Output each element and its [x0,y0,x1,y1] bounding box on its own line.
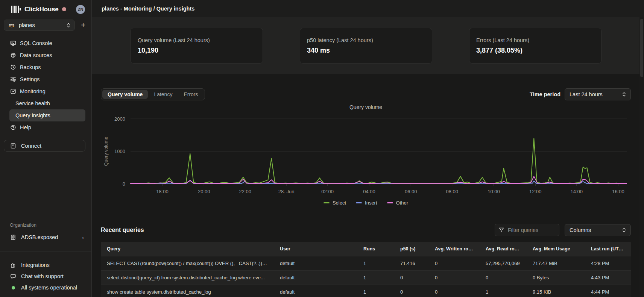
cell-user: default [274,261,357,266]
cell-query: show create table system.distributed_cac… [101,289,274,295]
add-service-button[interactable]: + [77,20,89,31]
integrations-icon [10,262,16,268]
organization-item[interactable]: ADSB.exposed › [0,232,91,243]
sidebar-divider [0,251,91,252]
column-header-avg-written-rows[interactable]: Avg. Written rows [429,246,480,252]
sidebar: ClickHouse ZN aws planes + SQL ConsoleDa… [0,0,92,297]
query-row[interactable]: show create table system.distributed_cac… [101,285,631,297]
legend-item-other[interactable]: Other [387,200,409,206]
connect-icon [10,143,16,149]
organization-label: Organization [0,223,91,228]
sidebar-footer-item-all-systems-operational[interactable]: All systems operational [0,282,91,293]
recent-queries-table: QueryUserRunsp50 (s)Avg. Written rowsAvg… [101,242,631,297]
clickhouse-logo-icon[interactable] [11,6,21,13]
sidebar-footer-item-integrations[interactable]: Integrations [0,259,91,271]
svg-text:04:00: 04:00 [363,189,375,194]
columns-select[interactable]: Columns [565,224,631,236]
tab-latency[interactable]: Latency [149,90,178,99]
stat-card-value: 10,190 [138,47,256,55]
column-header-user[interactable]: User [274,246,357,252]
sidebar-item-label: Data sources [20,52,52,58]
sidebar-item-sql-console[interactable]: SQL Console [9,37,85,49]
backups-icon [10,64,16,70]
chart-tab-group: Query volumeLatencyErrors [101,88,205,100]
svg-text:18:00: 18:00 [156,189,169,194]
column-header-runs[interactable]: Runs [357,246,394,252]
sidebar-item-label: Backups [20,64,41,70]
sidebar-item-help[interactable]: Help [9,121,85,133]
sidebar-item-data-sources[interactable]: Data sources [9,49,85,61]
filter-queries-input[interactable] [507,227,555,233]
footer-item-label: Integrations [21,262,50,268]
connect-label: Connect [21,143,41,149]
top-bar: planes - Monitoring / Query insights [92,0,644,17]
cell-avg-read-rows: 0 [480,275,527,280]
cell-avg-mem-usage: 0 Bytes [527,275,585,280]
sidebar-item-service-health[interactable]: Service health [9,97,85,109]
query-row[interactable]: SELECT CAST(round(pow(count() / max(coun… [101,256,631,270]
footer-item-label: Chat with support [21,273,64,279]
chart-title: Query volume [101,104,631,111]
svg-text:14:00: 14:00 [571,189,583,194]
query-row[interactable]: select distrinct(query_id) from system.d… [101,270,631,285]
main-area: planes - Monitoring / Query insights Que… [92,0,644,297]
sidebar-item-query-insights[interactable]: Query insights [9,109,85,121]
logo-text[interactable]: ClickHouse [24,6,59,13]
svg-text:0: 0 [123,181,125,187]
stat-card: Query volume (Last 24 hours)10,190 [131,28,263,64]
sidebar-footer-item-chat-with-support[interactable]: Chat with support [0,271,91,282]
legend-item-insert[interactable]: Insert [356,200,377,206]
connect-button[interactable]: Connect [4,140,85,152]
series-line-select [131,138,627,183]
sidebar-item-label: Service health [15,100,50,106]
help-icon [10,124,16,130]
content-area: Query volumeLatencyErrors Time period La… [92,74,644,297]
sidebar-item-monitoring[interactable]: Monitoring [9,85,85,97]
cell-runs: 1 [357,275,394,280]
cell-avg-mem-usage: 717.47 MiB [527,261,585,266]
scrollbar-track[interactable] [639,17,644,297]
stat-card: Errors (Last 24 hours)3,877 (38.05%) [469,28,601,64]
columns-label: Columns [570,227,591,233]
sidebar-item-settings[interactable]: Settings [9,73,85,85]
time-period-select[interactable]: Last 24 hours [565,88,631,100]
organization-name: ADSB.exposed [21,234,58,240]
time-period-control: Time period Last 24 hours [530,88,631,100]
column-header-avg-read-rows[interactable]: Avg. Read rows [480,246,527,252]
chevron-updown-icon [622,227,626,233]
chart-controls-row: Query volumeLatencyErrors Time period La… [101,88,631,100]
legend-label: Other [396,200,409,206]
stat-card-value: 3,877 (38.05%) [476,47,594,55]
cell-avg-read-rows: 57,295,770,069 [480,261,527,266]
recent-queries-title: Recent queries [101,227,144,233]
cell-avg-mem-usage: 9.15 KiB [527,289,585,295]
cell-avg-written-rows: 0 [429,275,480,280]
legend-label: Insert [365,200,377,206]
svg-text:08:00: 08:00 [446,189,458,194]
sidebar-item-label: Help [20,124,31,130]
sidebar-item-backups[interactable]: Backups [9,61,85,73]
service-selector[interactable]: aws planes [4,20,75,31]
settings-icon [10,76,16,82]
legend-item-select[interactable]: Select [324,200,346,206]
monitoring-icon [10,88,16,94]
stat-card-label: Query volume (Last 24 hours) [138,37,256,43]
cell-last-run-utc-: 4:43 PM [585,275,631,280]
footer-item-label: All systems operational [21,285,77,291]
tab-errors[interactable]: Errors [178,90,203,99]
scrollbar-thumb[interactable] [640,19,643,77]
column-header-avg-mem-usage[interactable]: Avg. Mem Usage [527,246,585,252]
stat-card: p50 latency (Last 24 hours)340 ms [300,28,432,64]
time-period-value: Last 24 hours [570,91,603,97]
funnel-icon [499,227,504,233]
column-header-query[interactable]: Query [101,246,274,252]
column-header-last-run-utc-[interactable]: Last run (UTC)∧ [585,246,631,252]
chevron-right-icon: › [82,234,84,241]
stat-cards: Query volume (Last 24 hours)10,190p50 la… [131,28,601,64]
column-header-p50-s-[interactable]: p50 (s) [394,246,429,252]
chart-plot-area[interactable]: 01000200018:0020:0022:0028. Jun02:0004:0… [101,112,631,195]
chevron-updown-icon [67,23,70,28]
avatar[interactable]: ZN [76,5,85,14]
svg-text:02:00: 02:00 [321,189,334,194]
tab-query-volume[interactable]: Query volume [102,90,148,99]
